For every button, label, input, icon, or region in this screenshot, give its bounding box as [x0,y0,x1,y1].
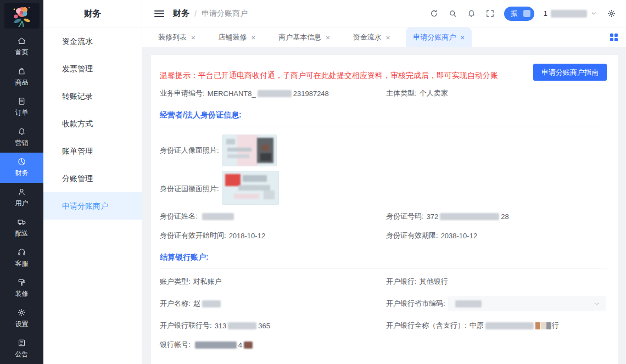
apply-split-merchant-guide-button[interactable]: 申请分账商户指南 [533,64,607,81]
sidebar-item-finance[interactable]: 财务 [0,153,43,183]
tab-label: 资金流水 [353,32,382,42]
sidebar-item-label: 公告 [15,350,29,359]
field-value-suffix: 365 [258,322,270,330]
submenu-item-apply-split-merchant[interactable]: 申请分账商户 [43,192,142,220]
field-label: 开户银行: [386,277,417,287]
chevron-down-icon [590,10,597,17]
avatar [523,10,530,17]
sidebar-item-home[interactable]: 首页 [0,32,43,62]
sidebar-item-label: 客服 [15,259,29,268]
redacted-segment [440,213,499,220]
sidebar-item-decorate[interactable]: 装修 [0,273,43,304]
tab-close-icon[interactable]: × [191,33,195,42]
tab-close-icon[interactable]: × [386,33,390,42]
id-card-back-photo[interactable] [222,171,279,205]
tab-funds-flow[interactable]: 资金流水 × [346,27,398,47]
tab-label: 装修列表 [158,32,187,42]
field-label: 身份证姓名: [160,211,198,221]
redacted-segment [244,341,253,349]
field-grid-top: 业务申请编号: MERCHANT8_ 231987248 主体类型: 个人卖家 [160,88,607,98]
user-badge-text: 振 [511,9,518,19]
field-value-prefix: MERCHANT8_ [208,89,256,98]
tab-close-icon[interactable]: × [326,33,330,42]
redacted-segment [258,90,292,97]
sidebar-item-service[interactable]: 客服 [0,243,43,273]
tab-merchant-basic-info[interactable]: 商户基本信息 × [271,27,337,47]
redacted-segment [485,322,534,329]
tab-shop-decorate[interactable]: 店铺装修 × [211,27,263,47]
sidebar-item-orders[interactable]: 订单 [0,92,43,122]
settings-gear-icon[interactable] [607,9,616,18]
redacted-segment [195,341,237,349]
sidebar-item-label: 用户 [15,199,29,208]
id-card-front-photo[interactable] [222,135,277,166]
field-value-mid: 4 [238,341,242,349]
tabs-grid-icon[interactable] [610,33,618,41]
marketing-bell-icon [17,127,26,136]
submenu-item-split-management[interactable]: 分账管理 [43,165,142,192]
sidebar-item-settings[interactable]: 设置 [0,304,43,334]
sidebar-item-label: 营销 [15,138,29,148]
open-tabs-bar: 装修列表 × 店铺装修 × 商户基本信息 × 资金流水 × 申请分账商户 × [142,27,626,47]
tab-close-icon[interactable]: × [460,33,465,42]
user-badge-pill[interactable]: 振 [504,7,534,21]
notice-row: 温馨提示：平台已开通电商收付通，子商户可在此处提交相应资料，审核完成后，即可实现… [160,64,607,81]
tab-close-icon[interactable]: × [251,33,256,42]
fullscreen-icon[interactable] [485,9,495,18]
field-label: 账户类型: [160,277,191,287]
sidebar-item-announcement[interactable]: 公告 [0,334,43,364]
field-bank-full-name: 开户银行全称（含支行）: 中原 行 [386,321,607,331]
redacted-pixel [541,322,546,329]
id-card-front-blur [222,135,277,166]
sidebar-item-marketing[interactable]: 营销 [0,122,43,153]
phone-redacted [551,10,587,18]
breadcrumb-separator: / [194,9,197,18]
app-logo[interactable] [4,3,40,29]
tab-apply-split-merchant[interactable]: 申请分账商户 × [406,27,472,47]
breadcrumb-section[interactable]: 财务 [173,8,189,19]
sidebar-item-delivery[interactable]: 配送 [0,213,43,243]
field-label: 业务申请编号: [160,88,205,98]
sidebar-item-label: 订单 [15,108,29,117]
submenu-item-invoice[interactable]: 发票管理 [43,55,142,82]
redacted-pixel [535,322,540,329]
submenu-item-payment-methods[interactable]: 收款方式 [43,110,142,137]
field-value: 其他银行 [420,277,448,287]
content-area: 温馨提示：平台已开通电商收付通，子商户可在此处提交相应资料，审核完成后，即可实现… [142,47,626,364]
paint-roller-icon [17,278,26,287]
field-value-prefix: 372 [427,212,439,221]
collapse-menu-icon[interactable] [154,9,164,18]
bank-city-code-select[interactable] [448,296,606,311]
id-back-photo-row: 身份证国徽面照片: [160,173,607,205]
field-label: 身份证有效开始时间: [160,231,226,240]
detail-card: 温馨提示：平台已开通电商收付通，子商户可在此处提交相应资料，审核完成后，即可实现… [151,55,618,364]
field-bank-branch-no: 开户银行联行号: 313 365 [160,321,386,331]
user-account-dropdown[interactable]: 1 [544,9,597,18]
goods-icon [17,66,26,76]
submenu-item-transfer-records[interactable]: 转账记录 [43,82,142,110]
sidebar-item-users[interactable]: 用户 [0,183,43,213]
order-icon [17,97,26,106]
search-icon[interactable] [448,9,457,18]
submenu-item-funds-flow[interactable]: 资金流水 [43,27,142,55]
main-area: 财务 / 申请分账商户 振 1 [142,0,626,364]
submenu-title: 财务 [43,0,142,27]
redacted-pixel [546,322,551,329]
redacted-segment [455,300,482,307]
tab-label: 店铺装修 [219,32,247,42]
tab-decorate-list[interactable]: 装修列表 × [151,27,203,47]
app-window: 首页 商品 订单 营销 财务 用户 配送 客服 [0,0,626,364]
secondary-sidebar: 财务 资金流水 发票管理 转账记录 收款方式 账单管理 分账管理 申请分账商户 [43,0,142,364]
refresh-icon[interactable] [429,9,439,18]
redacted-segment [228,322,256,329]
topbar: 财务 / 申请分账商户 振 1 [142,0,626,27]
id-front-photo-row: 身份证人像面照片: [160,135,607,166]
sidebar-item-label: 装修 [15,289,29,299]
field-label: 开户银行联行号: [160,321,212,331]
field-value: 个人卖家 [420,88,448,98]
notification-bell-icon[interactable] [467,9,476,18]
sidebar-item-goods[interactable]: 商品 [0,62,43,92]
sidebar-item-label: 设置 [15,320,29,329]
submenu-item-bill-management[interactable]: 账单管理 [43,137,142,165]
headset-icon [17,248,26,257]
